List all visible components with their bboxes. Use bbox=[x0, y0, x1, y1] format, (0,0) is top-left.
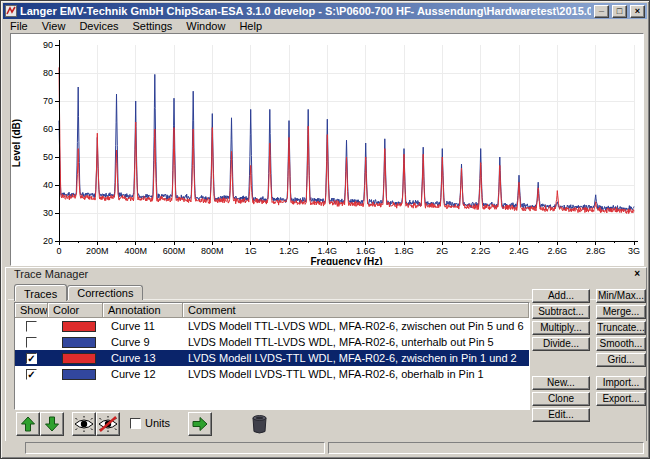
status-field-right bbox=[328, 442, 644, 454]
close-button[interactable]: × bbox=[630, 5, 645, 18]
trace-manager-button[interactable]: Export... bbox=[596, 392, 646, 406]
maximize-icon: □ bbox=[617, 6, 622, 16]
show-cell bbox=[15, 321, 48, 332]
trace-manager-button[interactable]: New... bbox=[532, 376, 590, 390]
maximize-button[interactable]: □ bbox=[612, 5, 627, 18]
annotation-cell: Curve 12 bbox=[103, 368, 183, 380]
show-trace-button[interactable] bbox=[72, 412, 96, 436]
show-checkbox[interactable]: ✓ bbox=[26, 369, 37, 380]
show-cell: ✓ bbox=[15, 353, 48, 364]
menu-item[interactable]: Help bbox=[232, 20, 269, 32]
trace-manager-button[interactable]: Min/Max... bbox=[596, 289, 646, 303]
column-header-annotation[interactable]: Annotation bbox=[103, 303, 183, 318]
trace-manager-button[interactable]: Add... bbox=[532, 289, 590, 303]
show-cell: ✓ bbox=[15, 369, 48, 380]
x-tick-label: 2.6G bbox=[548, 246, 568, 256]
annotation-cell: Curve 11 bbox=[103, 320, 183, 332]
plot-panel: 20304050607080900200M400M600M800M1G1.2G1… bbox=[10, 33, 644, 266]
x-tick-label: 800M bbox=[201, 246, 224, 256]
table-row[interactable]: Curve 9LVDS Modell TTL-LVDS WDL, MFA-R02… bbox=[15, 334, 529, 350]
x-tick-label: 0 bbox=[56, 246, 61, 256]
menu-item[interactable]: File bbox=[3, 20, 35, 32]
comment-cell: LVDS Modell LVDS-TTL WDL, MFA-R02-6, obe… bbox=[183, 368, 529, 380]
trace-manager-button[interactable]: Smooth... bbox=[596, 337, 646, 351]
trace-manager-button[interactable]: Subtract... bbox=[532, 305, 590, 319]
move-down-button[interactable] bbox=[40, 412, 64, 436]
close-icon: × bbox=[635, 6, 640, 16]
column-header-show[interactable]: Show bbox=[15, 303, 48, 318]
tab-corrections[interactable]: Corrections bbox=[67, 285, 143, 300]
status-field-left bbox=[25, 442, 325, 454]
minimize-icon: _ bbox=[599, 3, 604, 13]
edit-buttons-left: New...CloneEdit... bbox=[532, 376, 590, 422]
units-checkbox-wrap: Units bbox=[130, 417, 170, 429]
show-cell bbox=[15, 337, 48, 348]
trace-manager-tabs: Traces Corrections bbox=[14, 282, 143, 300]
y-axis-title: Level (dB) bbox=[11, 119, 22, 167]
hide-trace-button[interactable] bbox=[96, 412, 120, 436]
trace-manager-button[interactable]: Divide... bbox=[532, 337, 590, 351]
tab-traces[interactable]: Traces bbox=[14, 284, 67, 301]
minimize-button[interactable]: _ bbox=[594, 5, 609, 18]
menu-item[interactable]: Settings bbox=[126, 20, 180, 32]
trace-manager-button[interactable]: Truncate... bbox=[596, 321, 646, 335]
color-cell bbox=[48, 369, 103, 380]
menu-item[interactable]: Window bbox=[179, 20, 232, 32]
table-row[interactable]: ✓Curve 13LVDS Modell LVDS-TTL WDL, MFA-R… bbox=[15, 350, 529, 366]
app-icon bbox=[5, 5, 17, 17]
comment-cell: LVDS Modell TTL-LVDS WDL, MFA-R02-6, zwi… bbox=[183, 320, 529, 332]
menu-item[interactable]: Devices bbox=[72, 20, 125, 32]
trace-table-header: Show Color Annotation Comment bbox=[15, 303, 529, 318]
move-up-button[interactable] bbox=[16, 412, 40, 436]
color-swatch[interactable] bbox=[62, 369, 96, 380]
title-bar[interactable]: Langer EMV-Technik GmbH ChipScan-ESA 3.1… bbox=[3, 3, 647, 19]
color-swatch[interactable] bbox=[62, 337, 96, 348]
column-header-comment[interactable]: Comment bbox=[183, 303, 529, 318]
units-checkbox[interactable] bbox=[130, 418, 141, 429]
show-checkbox[interactable] bbox=[26, 337, 37, 348]
arrow-right-icon bbox=[192, 416, 208, 432]
color-cell bbox=[48, 353, 103, 364]
arrow-up-icon bbox=[20, 416, 36, 432]
color-swatch[interactable] bbox=[62, 321, 96, 332]
io-buttons-right: Import...Export... bbox=[596, 376, 646, 406]
trace-manager-button[interactable]: Edit... bbox=[532, 408, 590, 422]
color-cell bbox=[48, 337, 103, 348]
column-header-color[interactable]: Color bbox=[48, 303, 103, 318]
y-tick-label: 80 bbox=[43, 68, 53, 78]
x-tick-label: 1.8G bbox=[394, 246, 414, 256]
trace-manager-button[interactable]: Grid... bbox=[596, 353, 646, 367]
window-title: Langer EMV-Technik GmbH ChipScan-ESA 3.1… bbox=[20, 5, 591, 17]
trace-manager-button[interactable]: Merge... bbox=[596, 305, 646, 319]
trace-manager-button[interactable]: Multiply... bbox=[532, 321, 590, 335]
x-axis-title: Frequency (Hz) bbox=[310, 256, 382, 265]
menu-bar: FileViewDevicesSettingsWindowHelp bbox=[3, 19, 647, 33]
y-tick-label: 90 bbox=[43, 40, 53, 50]
color-swatch[interactable] bbox=[62, 353, 96, 364]
spectrum-chart: 20304050607080900200M400M600M800M1G1.2G1… bbox=[11, 34, 643, 265]
y-tick-label: 20 bbox=[43, 236, 53, 246]
delete-trace-button[interactable] bbox=[246, 411, 272, 437]
menu-item[interactable]: View bbox=[35, 20, 73, 32]
trace-table-body: Curve 11LVDS Modell TTL-LVDS WDL, MFA-R0… bbox=[15, 318, 529, 382]
x-tick-label: 2G bbox=[436, 246, 448, 256]
trace-table: Show Color Annotation Comment Curve 11LV… bbox=[14, 302, 530, 410]
x-tick-label: 2.4G bbox=[509, 246, 529, 256]
table-row[interactable]: ✓Curve 12LVDS Modell LVDS-TTL WDL, MFA-R… bbox=[15, 366, 529, 382]
trace-curve-blue bbox=[59, 74, 634, 211]
trace-manager-caption: Trace Manager bbox=[6, 268, 646, 281]
y-tick-label: 50 bbox=[43, 152, 53, 162]
show-checkbox[interactable]: ✓ bbox=[26, 353, 37, 364]
comment-cell: LVDS Modell TTL-LVDS WDL, MFA-R02-6, unt… bbox=[183, 336, 529, 348]
y-tick-label: 70 bbox=[43, 96, 53, 106]
trace-manager-panel: Trace Manager × Traces Corrections Show … bbox=[5, 267, 647, 442]
show-checkbox[interactable] bbox=[26, 321, 37, 332]
arrow-down-icon bbox=[44, 416, 60, 432]
table-row[interactable]: Curve 11LVDS Modell TTL-LVDS WDL, MFA-R0… bbox=[15, 318, 529, 334]
apply-button[interactable] bbox=[188, 412, 212, 436]
trace-manager-button[interactable]: Clone bbox=[532, 392, 590, 406]
x-tick-label: 600M bbox=[163, 246, 186, 256]
x-tick-label: 2.8G bbox=[586, 246, 606, 256]
panel-close-icon[interactable]: × bbox=[634, 269, 640, 279]
trace-manager-button[interactable]: Import... bbox=[596, 376, 646, 390]
